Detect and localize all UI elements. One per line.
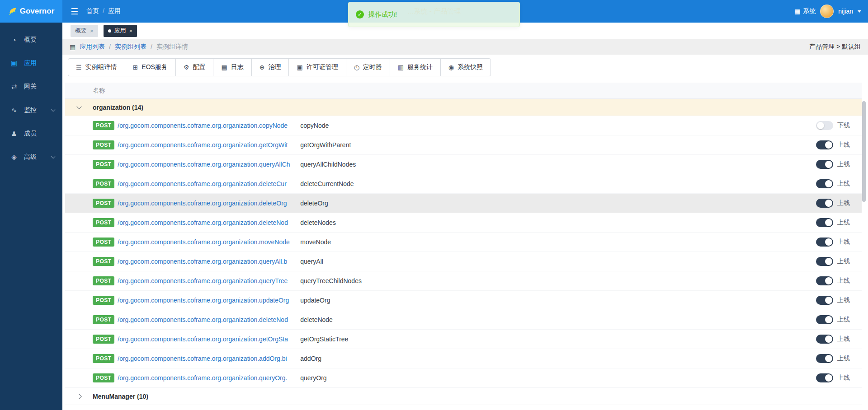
status-toggle[interactable] (816, 296, 833, 305)
api-path[interactable]: /org.gocom.components.coframe.org.organi… (118, 122, 295, 129)
table-row[interactable]: POST/org.gocom.components.coframe.org.or… (65, 330, 862, 349)
status-label: 上线 (837, 160, 850, 168)
api-path[interactable]: /org.gocom.components.coframe.org.organi… (118, 277, 295, 284)
table-row[interactable]: POST/org.gocom.components.coframe.org.or… (65, 291, 862, 310)
table-row[interactable]: POST/org.gocom.components.coframe.org.or… (65, 368, 862, 388)
method-badge: POST (93, 140, 114, 149)
toggle-knob (825, 258, 832, 265)
sidebar-item-overview[interactable]: ◔概要 (0, 28, 62, 51)
toggle-knob (825, 374, 832, 382)
status-cell: 上线 (816, 179, 850, 188)
sidebar-item-monitoring[interactable]: ∿监控 (0, 98, 62, 122)
group-title: organization (14) (93, 104, 143, 111)
table-row[interactable]: POST/org.gocom.components.coframe.org.or… (65, 155, 862, 174)
tab-snapshot[interactable]: ◉系统快照 (440, 58, 491, 76)
status-toggle[interactable] (816, 121, 833, 130)
api-path[interactable]: /org.gocom.components.coframe.org.organi… (118, 180, 295, 187)
table-row[interactable]: POST/org.gocom.components.coframe.org.or… (65, 135, 862, 155)
api-path[interactable]: /org.gocom.components.coframe.org.organi… (118, 316, 295, 323)
grid-icon: ⊞ (133, 64, 138, 71)
status-toggle[interactable] (816, 373, 833, 382)
tab-log[interactable]: ▤日志 (213, 58, 251, 76)
tab-timer[interactable]: ◷定时器 (346, 58, 390, 76)
api-name: copyNode (300, 122, 816, 129)
api-path[interactable]: /org.gocom.components.coframe.org.organi… (118, 374, 295, 382)
scrollbar-thumb[interactable] (862, 101, 866, 202)
tab-license[interactable]: ▣许可证管理 (288, 58, 346, 76)
breadcrumb-link[interactable]: 实例组列表 (115, 43, 146, 51)
status-toggle[interactable] (816, 276, 833, 285)
table-row[interactable]: POST/org.gocom.components.coframe.org.or… (65, 349, 862, 368)
govern-icon: ⊕ (259, 64, 265, 71)
avatar[interactable] (820, 5, 834, 18)
breadcrumb-link[interactable]: 应用列表 (80, 43, 105, 51)
table-row[interactable]: POST/org.gocom.components.coframe.org.or… (65, 174, 862, 194)
group-row-menumanager[interactable]: MenuManager (10) (65, 388, 862, 405)
table-row[interactable]: POST/org.gocom.components.coframe.org.or… (65, 213, 862, 233)
api-path[interactable]: /org.gocom.components.coframe.org.organi… (118, 335, 295, 343)
tab-eos-service[interactable]: ⊞EOS服务 (125, 58, 176, 76)
api-path[interactable]: /org.gocom.components.coframe.org.organi… (118, 355, 295, 362)
api-path[interactable]: /org.gocom.components.coframe.org.organi… (118, 238, 295, 246)
api-name: queryAll (300, 258, 816, 265)
topbar-breadcrumb-item[interactable]: 应用 (108, 7, 121, 15)
method-badge: POST (93, 121, 114, 130)
status-label: 上线 (837, 238, 850, 246)
system-menu[interactable]: ▦ 系统 (794, 7, 816, 15)
menu-toggle-icon[interactable]: ☰ (71, 6, 78, 17)
sidebar-item-apps[interactable]: ▣应用 (0, 51, 62, 75)
status-cell: 上线 (816, 373, 850, 382)
table-row[interactable]: POST/org.gocom.components.coframe.org.or… (65, 194, 862, 213)
status-cell: 上线 (816, 335, 850, 344)
app-logo: Governor (0, 0, 62, 23)
status-toggle[interactable] (816, 238, 833, 247)
table-row[interactable]: POST/org.gocom.components.coframe.org.or… (65, 252, 862, 271)
status-toggle[interactable] (816, 179, 833, 188)
status-toggle[interactable] (816, 257, 833, 266)
api-path[interactable]: /org.gocom.components.coframe.org.organi… (118, 161, 295, 168)
api-path[interactable]: /org.gocom.components.coframe.org.organi… (118, 258, 295, 265)
sidebar-item-advanced[interactable]: ◈高级 (0, 145, 62, 169)
monitor-icon: ∿ (10, 106, 18, 114)
api-name: deleteOrg (300, 200, 816, 207)
tab-config[interactable]: ⚙配置 (175, 58, 214, 76)
status-toggle[interactable] (816, 199, 833, 208)
api-path[interactable]: /org.gocom.components.coframe.org.organi… (118, 219, 295, 226)
log-icon: ▤ (221, 64, 227, 71)
tab-label: 服务统计 (407, 63, 433, 71)
page-tab-apps[interactable]: 应用× (104, 25, 137, 37)
page-tab-overview[interactable]: 概要× (71, 25, 98, 37)
sidebar-item-members[interactable]: ♟成员 (0, 122, 62, 145)
tab-governance[interactable]: ⊕治理 (251, 58, 289, 76)
status-toggle[interactable] (816, 218, 833, 227)
api-path[interactable]: /org.gocom.components.coframe.org.organi… (118, 200, 295, 207)
table-row[interactable]: POST/org.gocom.components.coframe.org.or… (65, 233, 862, 252)
table-row[interactable]: POST/org.gocom.components.coframe.org.or… (65, 271, 862, 291)
close-icon[interactable]: × (90, 28, 94, 34)
tab-service-stats[interactable]: ▥服务统计 (390, 58, 441, 76)
table-row[interactable]: POST/org.gocom.components.coframe.org.or… (65, 116, 862, 135)
api-path[interactable]: /org.gocom.components.coframe.org.organi… (118, 141, 295, 149)
tab-instance-group-detail[interactable]: ☰实例组详情 (68, 58, 125, 76)
chevron-right-icon (76, 394, 81, 399)
group-row-organization[interactable]: organization (14) (65, 99, 862, 116)
status-toggle[interactable] (816, 335, 833, 344)
method-badge: POST (93, 276, 114, 285)
apps-icon: ▣ (10, 59, 18, 67)
api-path[interactable]: /org.gocom.components.coframe.org.organi… (118, 297, 295, 304)
table-row[interactable]: POST/org.gocom.components.coframe.org.or… (65, 310, 862, 330)
sidebar-item-gateway[interactable]: ⇄网关 (0, 75, 62, 98)
status-toggle[interactable] (816, 140, 833, 149)
username[interactable]: nijian (838, 8, 853, 15)
list-icon: ☰ (76, 64, 82, 71)
close-icon[interactable]: × (129, 28, 133, 34)
method-badge: POST (93, 160, 114, 169)
chevron-down-icon[interactable] (858, 10, 861, 13)
status-label: 上线 (837, 354, 850, 363)
status-toggle[interactable] (816, 315, 833, 324)
breadcrumb-separator: / (103, 7, 104, 15)
topbar-breadcrumb-item[interactable]: 首页 (86, 7, 99, 15)
status-toggle[interactable] (816, 160, 833, 169)
table-body: organization (14)POST/org.gocom.componen… (65, 99, 862, 405)
status-toggle[interactable] (816, 354, 833, 363)
